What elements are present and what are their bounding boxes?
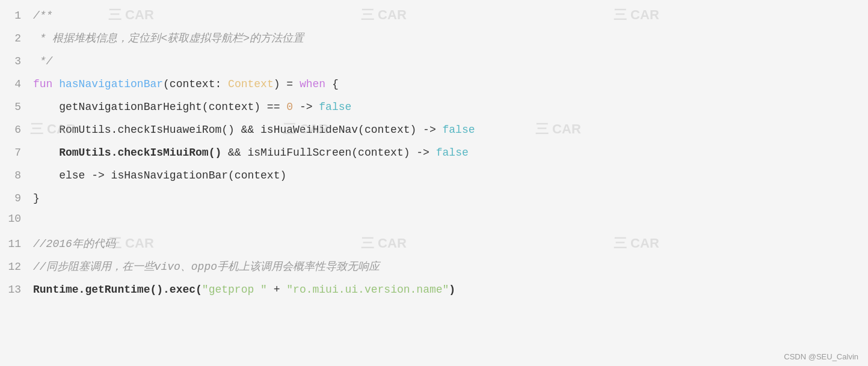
- line-content-13: Runtime.getRuntime().exec("getprop " + "…: [33, 281, 455, 299]
- code-line-1: 1 /**: [0, 6, 868, 29]
- line-num-10: 10: [0, 213, 33, 225]
- line-num-2: 2: [0, 32, 33, 44]
- line-num-7: 7: [0, 147, 33, 159]
- line-content-9: }: [33, 190, 40, 207]
- line-num-6: 6: [0, 124, 33, 136]
- line-content-4: fun hasNavigationBar(context: Context) =…: [33, 76, 339, 93]
- csdn-credit: CSDN @SEU_Calvin: [784, 352, 858, 361]
- code-line-7: 7 RomUtils.checkIsMiuiRom() && isMiuiFul…: [0, 143, 868, 166]
- code-line-5: 5 getNavigationBarHeight(context) == 0 -…: [0, 97, 868, 120]
- line-num-11: 11: [0, 238, 33, 250]
- code-line-2: 2 * 根据堆栈信息，定位到<获取虚拟导航栏>的方法位置: [0, 29, 868, 52]
- code-line-6: 6 RomUtils.checkIsHuaweiRom() && isHuaWe…: [0, 120, 868, 143]
- line-num-13: 13: [0, 284, 33, 296]
- line-num-8: 8: [0, 169, 33, 181]
- code-line-4: 4 fun hasNavigationBar(context: Context)…: [0, 75, 868, 97]
- code-line-13: 13 Runtime.getRuntime().exec("getprop " …: [0, 280, 868, 303]
- code-line-8: 8 else -> isHasNavigationBar(context): [0, 166, 868, 189]
- line-content-12: //同步阻塞调用，在一些vivo、oppo手机上该调用会概率性导致无响应: [33, 258, 380, 276]
- code-line-3: 3 */: [0, 52, 868, 75]
- line-num-5: 5: [0, 101, 33, 113]
- line-num-1: 1: [0, 10, 33, 22]
- line-num-12: 12: [0, 261, 33, 273]
- line-num-9: 9: [0, 192, 33, 204]
- line-content-3: */: [33, 53, 52, 70]
- line-content-2: * 根据堆栈信息，定位到<获取虚拟导航栏>的方法位置: [33, 30, 304, 47]
- code-line-10: 10: [0, 212, 868, 234]
- line-content-5: getNavigationBarHeight(context) == 0 -> …: [33, 99, 351, 116]
- code-line-9: 9 }: [0, 189, 868, 212]
- line-content-8: else -> isHasNavigationBar(context): [33, 167, 286, 185]
- code-line-11: 11 //2016年的代码: [0, 234, 868, 257]
- line-content-6: RomUtils.checkIsHuaweiRom() && isHuaWeiH…: [33, 121, 475, 139]
- line-num-3: 3: [0, 55, 33, 67]
- code-line-12: 12 //同步阻塞调用，在一些vivo、oppo手机上该调用会概率性导致无响应: [0, 257, 868, 280]
- code-block: 三 CAR 三 CAR 三 CAR 三 CAR 三 CAR 三 CAR 三 CA…: [0, 0, 868, 366]
- line-num-4: 4: [0, 78, 33, 90]
- line-content-11: //2016年的代码: [33, 236, 115, 253]
- line-content-7: RomUtils.checkIsMiuiRom() && isMiuiFullS…: [33, 144, 469, 162]
- line-content-1: /**: [33, 7, 52, 25]
